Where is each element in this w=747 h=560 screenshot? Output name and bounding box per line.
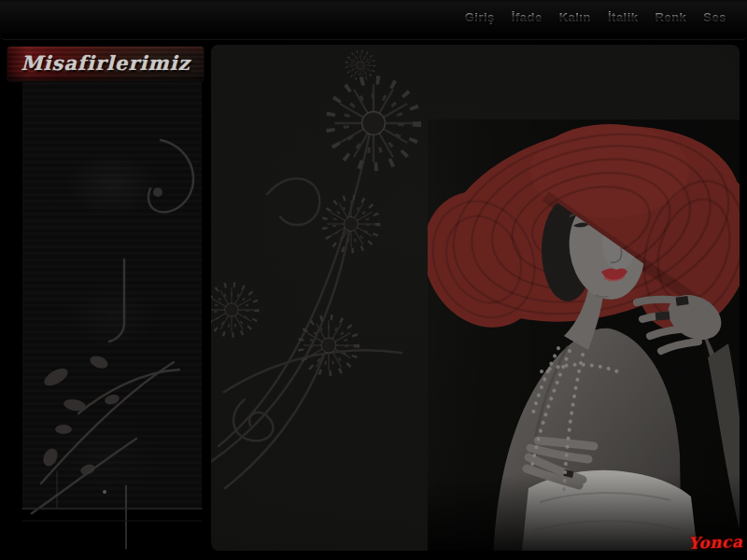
main-content-panel <box>211 45 740 551</box>
sidebar-title: Misafirlerimiz <box>7 47 204 80</box>
nav-item-kalin[interactable]: Kalın <box>559 10 591 24</box>
nav-item-renk[interactable]: Renk <box>655 10 687 24</box>
floral-flourish-ornament <box>22 82 202 560</box>
nav-item-ifade[interactable]: İfade <box>512 10 543 24</box>
woman-in-red-hat-photo <box>428 119 740 551</box>
nav-item-giris[interactable]: Giriş <box>465 10 495 24</box>
nav-item-italik[interactable]: İtalik <box>608 10 639 24</box>
sidebar-header: Misafirlerimiz <box>7 47 204 81</box>
nav-item-ses[interactable]: Ses <box>703 10 726 24</box>
nav-menu: Giriş İfade Kalın İtalik Renk Ses <box>465 10 726 24</box>
top-nav-bar: Giriş İfade Kalın İtalik Renk Ses <box>0 0 747 40</box>
yonca-signature: Yonca <box>687 532 742 553</box>
